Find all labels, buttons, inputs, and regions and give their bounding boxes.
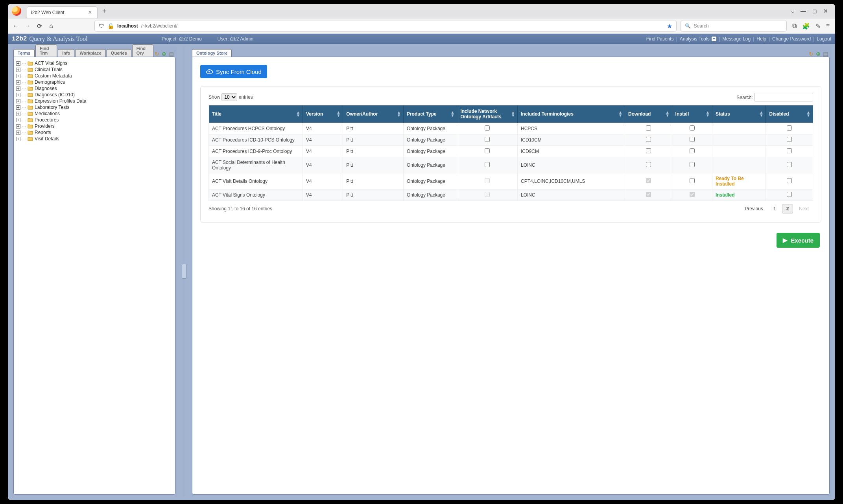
tree-item[interactable]: +⋯Procedures — [16, 117, 173, 123]
install-checkbox[interactable] — [690, 148, 695, 153]
extension-icon[interactable]: 🧩 — [802, 22, 810, 30]
download-checkbox[interactable] — [646, 148, 651, 153]
disabled-checkbox[interactable] — [787, 178, 792, 183]
nav-change-password[interactable]: Change Password — [772, 36, 811, 42]
maximize-icon[interactable]: ◻ — [812, 8, 817, 14]
pocket-icon[interactable]: ⧉ — [792, 22, 797, 29]
column-header[interactable]: Status▲▼ — [712, 105, 766, 123]
tab-find-trm[interactable]: Find Trm — [35, 44, 57, 57]
disabled-checkbox[interactable] — [787, 192, 792, 197]
tree-item[interactable]: +⋯Clinical Trials — [16, 66, 173, 73]
table-search-input[interactable] — [754, 93, 813, 101]
expand-icon[interactable]: + — [16, 118, 20, 122]
tree-item[interactable]: +⋯Diagnoses — [16, 85, 173, 92]
home-button[interactable]: ⌂ — [47, 22, 55, 29]
network-artifacts-checkbox[interactable] — [485, 137, 490, 142]
download-checkbox[interactable] — [646, 137, 651, 142]
tree-item[interactable]: +⋯Visit Details — [16, 136, 173, 142]
install-checkbox[interactable] — [690, 137, 695, 142]
url-bar[interactable]: 🛡 🔒 localhost/~kvb2/webclient/ ★ — [94, 20, 677, 32]
options-icon[interactable]: ▤ — [823, 51, 828, 57]
page-size-select[interactable]: 10 — [221, 93, 237, 101]
disabled-checkbox[interactable] — [787, 148, 792, 153]
tree-item[interactable]: +⋯Custom Metadata — [16, 73, 173, 79]
install-checkbox[interactable] — [690, 162, 695, 167]
tree-item[interactable]: +⋯Laboratory Tests — [16, 104, 173, 110]
reload-button[interactable]: ⟳ — [35, 22, 43, 30]
column-header[interactable]: Disabled▲▼ — [766, 105, 813, 123]
expand-icon[interactable]: + — [16, 86, 20, 91]
tree-item[interactable]: +⋯Providers — [16, 123, 173, 129]
network-artifacts-checkbox[interactable] — [485, 125, 490, 131]
sync-from-cloud-button[interactable]: Sync From Cloud — [200, 65, 267, 78]
close-icon[interactable]: × — [87, 9, 93, 16]
execute-button[interactable]: ▶ Execute — [777, 233, 820, 248]
expand-icon[interactable]: + — [16, 124, 20, 129]
download-checkbox[interactable] — [646, 125, 651, 131]
nav-analysis-tools[interactable]: Analysis Tools — [680, 36, 716, 42]
expand-icon[interactable]: + — [16, 80, 20, 85]
chevron-down-icon[interactable]: ⌵ — [791, 8, 794, 14]
cell-network-artifacts — [457, 123, 518, 134]
expand-icon[interactable]: + — [16, 131, 20, 135]
plus-icon[interactable]: ⊕ — [161, 51, 167, 57]
browser-tab[interactable]: i2b2 Web Client × — [27, 6, 98, 18]
disabled-checkbox[interactable] — [787, 137, 792, 142]
tab-info[interactable]: Info — [58, 49, 74, 57]
plus-icon[interactable]: ⊕ — [815, 51, 821, 57]
bookmark-star-icon[interactable]: ★ — [667, 22, 672, 30]
tree-item[interactable]: +⋯Medications — [16, 110, 173, 117]
install-checkbox[interactable] — [690, 178, 695, 183]
tree-item[interactable]: +⋯ACT Vital Signs — [16, 60, 173, 66]
tab-find-qry[interactable]: Find Qry — [132, 44, 153, 57]
expand-icon[interactable]: + — [16, 99, 20, 103]
splitter-handle[interactable] — [183, 46, 185, 496]
nav-help[interactable]: Help — [756, 36, 766, 42]
nav-logout[interactable]: Logout — [817, 36, 831, 42]
expand-icon[interactable]: + — [16, 137, 20, 141]
disabled-checkbox[interactable] — [787, 162, 792, 167]
network-artifacts-checkbox[interactable] — [485, 148, 490, 153]
tree-item[interactable]: +⋯Expression Profiles Data — [16, 98, 173, 104]
tab-ontology-store[interactable]: Ontology Store — [192, 49, 232, 57]
nav-find-patients[interactable]: Find Patients — [646, 36, 674, 42]
disabled-checkbox[interactable] — [787, 125, 792, 131]
tree-item[interactable]: +⋯Demographics — [16, 79, 173, 85]
expand-icon[interactable]: + — [16, 112, 20, 116]
column-header[interactable]: Download▲▼ — [625, 105, 672, 123]
options-icon[interactable]: ▤ — [168, 51, 174, 57]
column-header[interactable]: Owner/Author▲▼ — [343, 105, 404, 123]
expand-icon[interactable]: + — [16, 105, 20, 110]
reload-icon[interactable]: ↻ — [808, 51, 814, 57]
minimize-icon[interactable]: — — [801, 8, 806, 14]
extension2-icon[interactable]: ✎ — [815, 22, 821, 30]
column-header[interactable]: Title▲▼ — [209, 105, 303, 123]
expand-icon[interactable]: + — [16, 61, 20, 66]
column-header[interactable]: Install▲▼ — [672, 105, 712, 123]
pager-previous[interactable]: Previous — [740, 204, 767, 213]
new-tab-button[interactable]: + — [99, 6, 109, 16]
browser-search[interactable]: 🔍 Search — [681, 20, 787, 32]
tab-workplace[interactable]: Workplace — [75, 49, 105, 57]
hamburger-icon[interactable]: ≡ — [826, 22, 830, 29]
pager-page-2[interactable]: 2 — [782, 204, 793, 213]
back-button[interactable]: ← — [12, 22, 20, 29]
column-header[interactable]: Include Network Ontology Artifacts▲▼ — [457, 105, 518, 123]
network-artifacts-checkbox[interactable] — [485, 162, 490, 167]
tab-terms[interactable]: Terms — [13, 49, 35, 57]
expand-icon[interactable]: + — [16, 74, 20, 78]
pager-page-1[interactable]: 1 — [769, 204, 780, 213]
expand-icon[interactable]: + — [16, 93, 20, 97]
column-header[interactable]: Included Terminologies▲▼ — [518, 105, 625, 123]
column-header[interactable]: Product Type▲▼ — [403, 105, 457, 123]
tree-item[interactable]: +⋯Reports — [16, 129, 173, 136]
column-header[interactable]: Version▲▼ — [303, 105, 343, 123]
expand-icon[interactable]: + — [16, 68, 20, 72]
tree-item[interactable]: +⋯Diagnoses (ICD10) — [16, 92, 173, 98]
reload-icon[interactable]: ↻ — [154, 51, 160, 57]
tab-queries[interactable]: Queries — [107, 49, 131, 57]
install-checkbox[interactable] — [690, 125, 695, 131]
download-checkbox[interactable] — [646, 162, 651, 167]
window-close-icon[interactable]: ✕ — [823, 8, 828, 14]
nav-message-log[interactable]: Message Log — [722, 36, 751, 42]
